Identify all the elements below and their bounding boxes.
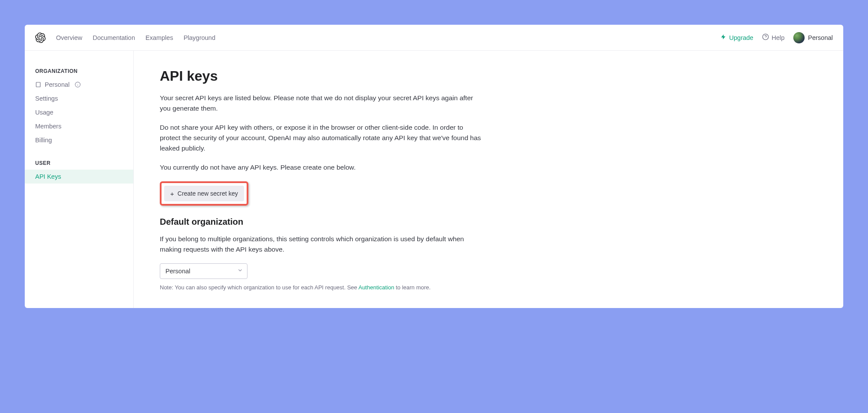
note-text: Note: You can also specify which organiz… — [160, 284, 481, 291]
note-prefix: Note: You can also specify which organiz… — [160, 284, 358, 291]
content: API keys Your secret API keys are listed… — [134, 51, 507, 308]
sidebar-item-label: API Keys — [35, 173, 61, 180]
header-left: Overview Documentation Examples Playgrou… — [35, 33, 215, 43]
authentication-link[interactable]: Authentication — [358, 284, 394, 291]
profile-menu[interactable]: Personal — [793, 32, 833, 43]
intro-paragraph-2: Do not share your API key with others, o… — [160, 122, 481, 154]
header-right: Upgrade Help Personal — [720, 32, 833, 43]
sidebar-header-organization: ORGANIZATION — [25, 65, 133, 78]
app-window: Overview Documentation Examples Playgrou… — [25, 25, 843, 308]
nav-documentation[interactable]: Documentation — [92, 34, 135, 41]
sidebar-item-label: Usage — [35, 109, 53, 116]
top-nav: Overview Documentation Examples Playgrou… — [56, 34, 215, 41]
create-secret-key-button[interactable]: + Create new secret key — [164, 186, 244, 201]
building-icon — [35, 82, 41, 88]
help-label: Help — [772, 34, 785, 41]
avatar — [793, 32, 805, 43]
nav-overview[interactable]: Overview — [56, 34, 82, 41]
annotation-highlight: + Create new secret key — [160, 181, 248, 206]
default-org-select[interactable]: Personal — [160, 263, 248, 279]
bolt-icon — [720, 34, 726, 41]
sidebar-item-billing[interactable]: Billing — [25, 133, 133, 147]
org-select-wrap: Personal — [160, 263, 248, 279]
main-body: ORGANIZATION Personal Settings Usage Mem… — [25, 51, 843, 308]
default-org-paragraph: If you belong to multiple organizations,… — [160, 234, 481, 255]
sidebar-item-settings[interactable]: Settings — [25, 92, 133, 105]
sidebar-item-label: Billing — [35, 137, 52, 144]
profile-label: Personal — [808, 34, 833, 41]
nav-examples[interactable]: Examples — [145, 34, 173, 41]
help-icon — [762, 33, 769, 42]
sidebar-item-api-keys[interactable]: API Keys — [25, 170, 133, 184]
openai-logo-icon[interactable] — [35, 33, 46, 43]
sidebar-item-members[interactable]: Members — [25, 119, 133, 133]
plus-icon: + — [170, 190, 174, 197]
note-suffix: to learn more. — [394, 284, 431, 291]
help-link[interactable]: Help — [762, 33, 785, 42]
nav-playground[interactable]: Playground — [184, 34, 215, 41]
intro-paragraph-3: You currently do not have any API keys. … — [160, 162, 481, 173]
page-title: API keys — [160, 68, 481, 84]
intro-paragraph-1: Your secret API keys are listed below. P… — [160, 93, 481, 114]
svg-rect-2 — [36, 82, 40, 87]
upgrade-label: Upgrade — [729, 34, 753, 41]
sidebar-item-usage[interactable]: Usage — [25, 105, 133, 119]
create-key-label: Create new secret key — [178, 190, 238, 197]
sidebar-item-label: Members — [35, 123, 61, 130]
sidebar-item-label: Settings — [35, 95, 58, 102]
header: Overview Documentation Examples Playgrou… — [25, 25, 843, 51]
sidebar-item-label: Personal — [45, 81, 69, 88]
info-icon — [75, 82, 81, 88]
sidebar-header-user: USER — [25, 157, 133, 170]
sidebar: ORGANIZATION Personal Settings Usage Mem… — [25, 51, 134, 308]
upgrade-link[interactable]: Upgrade — [720, 34, 753, 41]
sidebar-item-personal[interactable]: Personal — [25, 78, 133, 92]
default-org-heading: Default organization — [160, 217, 481, 227]
